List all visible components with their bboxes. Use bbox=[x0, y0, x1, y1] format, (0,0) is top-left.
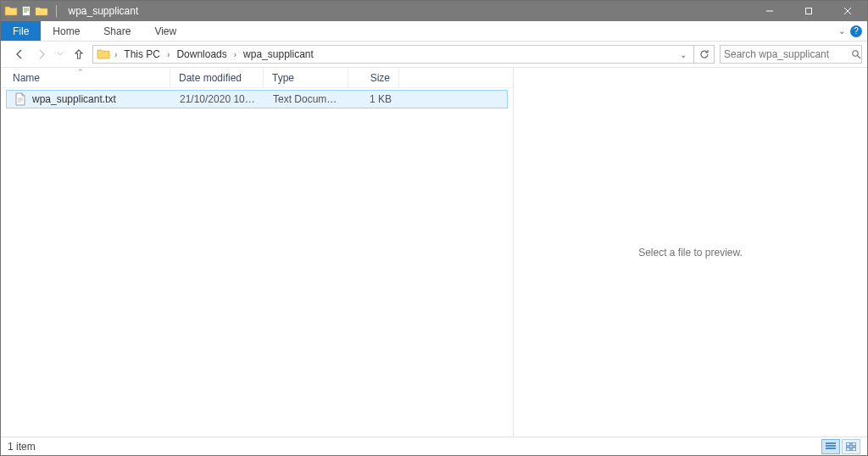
file-list-pane: Name ⌃ Date modified Type Size wpa_suppl… bbox=[1, 68, 514, 437]
titlebar: │ wpa_supplicant bbox=[1, 1, 867, 21]
item-count: 1 item bbox=[8, 441, 36, 453]
search-input[interactable] bbox=[724, 48, 851, 60]
file-size: 1 KB bbox=[349, 93, 400, 105]
svg-rect-1 bbox=[806, 8, 812, 14]
window-title: wpa_supplicant bbox=[69, 5, 139, 17]
refresh-button[interactable] bbox=[694, 45, 715, 64]
view-toggles bbox=[821, 439, 860, 454]
preview-pane: Select a file to preview. bbox=[514, 68, 867, 437]
column-header-type[interactable]: Type bbox=[264, 68, 348, 87]
recent-locations-button[interactable] bbox=[55, 46, 65, 63]
breadcrumb-current[interactable]: wpa_supplicant bbox=[241, 48, 316, 60]
folder-icon bbox=[4, 4, 18, 18]
svg-rect-4 bbox=[852, 442, 856, 446]
column-header-modified[interactable]: Date modified bbox=[170, 68, 264, 87]
close-button[interactable] bbox=[828, 1, 867, 21]
column-headers: Name ⌃ Date modified Type Size bbox=[1, 68, 513, 88]
svg-rect-0 bbox=[23, 7, 31, 16]
address-dropdown-icon[interactable]: ⌄ bbox=[680, 50, 690, 59]
column-header-name-label: Name bbox=[13, 72, 40, 84]
chevron-right-icon[interactable]: › bbox=[231, 50, 239, 59]
back-button[interactable] bbox=[11, 46, 28, 63]
svg-rect-6 bbox=[852, 448, 856, 451]
chevron-right-icon[interactable]: › bbox=[112, 50, 120, 59]
ribbon-tab-home[interactable]: Home bbox=[41, 21, 92, 41]
column-header-name[interactable]: Name ⌃ bbox=[1, 68, 170, 87]
svg-rect-5 bbox=[846, 448, 850, 451]
ribbon-tab-view[interactable]: View bbox=[142, 21, 188, 41]
search-box[interactable] bbox=[720, 45, 862, 64]
content-area: Name ⌃ Date modified Type Size wpa_suppl… bbox=[1, 67, 867, 437]
search-icon[interactable] bbox=[851, 49, 861, 59]
text-file-icon bbox=[14, 92, 27, 106]
details-view-button[interactable] bbox=[821, 439, 840, 454]
maximize-button[interactable] bbox=[789, 1, 828, 21]
ribbon-expand-icon[interactable]: ⌄ bbox=[838, 26, 845, 36]
file-name: wpa_supplicant.txt bbox=[32, 93, 116, 105]
quick-access-toolbar bbox=[1, 4, 48, 18]
breadcrumb-downloads[interactable]: Downloads bbox=[174, 48, 229, 60]
window-controls bbox=[750, 1, 867, 21]
file-type: Text Document bbox=[264, 93, 349, 105]
sort-indicator-icon: ⌃ bbox=[77, 68, 84, 76]
up-button[interactable] bbox=[70, 46, 87, 63]
svg-point-2 bbox=[853, 51, 858, 56]
preview-placeholder: Select a file to preview. bbox=[638, 247, 743, 259]
file-row[interactable]: wpa_supplicant.txt 21/10/2020 10:39 … Te… bbox=[6, 90, 508, 108]
svg-rect-3 bbox=[846, 442, 850, 446]
folder-icon bbox=[97, 47, 110, 61]
minimize-button[interactable] bbox=[750, 1, 789, 21]
titlebar-separator: │ bbox=[53, 5, 60, 17]
ribbon-tab-share[interactable]: Share bbox=[92, 21, 142, 41]
file-modified: 21/10/2020 10:39 … bbox=[171, 93, 264, 105]
ribbon: File Home Share View ⌄ ? bbox=[1, 21, 867, 42]
help-icon[interactable]: ? bbox=[850, 25, 862, 37]
open-folder-icon bbox=[35, 4, 48, 18]
address-bar[interactable]: › This PC › Downloads › wpa_supplicant ⌄ bbox=[92, 45, 694, 64]
column-header-size[interactable]: Size bbox=[348, 68, 399, 87]
forward-button[interactable] bbox=[33, 46, 50, 63]
chevron-right-icon[interactable]: › bbox=[164, 50, 172, 59]
ribbon-tab-file[interactable]: File bbox=[1, 21, 41, 41]
breadcrumb-root[interactable]: This PC bbox=[121, 48, 163, 60]
document-icon bbox=[19, 4, 33, 18]
status-bar: 1 item bbox=[1, 437, 867, 455]
explorer-window: │ wpa_supplicant File Home Share View ⌄ … bbox=[0, 0, 868, 456]
file-rows: wpa_supplicant.txt 21/10/2020 10:39 … Te… bbox=[1, 88, 513, 437]
thumbnails-view-button[interactable] bbox=[842, 439, 860, 454]
nav-row: › This PC › Downloads › wpa_supplicant ⌄ bbox=[1, 42, 867, 67]
